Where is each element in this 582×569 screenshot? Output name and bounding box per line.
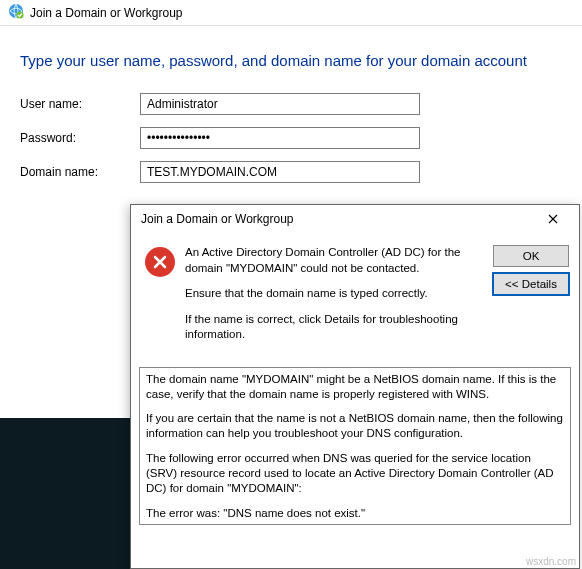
main-titlebar: Join a Domain or Workgroup	[0, 0, 582, 26]
details-p4: The error was: "DNS name does not exist.…	[146, 506, 564, 521]
password-input[interactable]	[140, 127, 420, 149]
error-buttons: OK << Details	[493, 245, 569, 295]
main-window-title: Join a Domain or Workgroup	[30, 6, 183, 20]
details-textbox[interactable]: The domain name "MYDOMAIN" might be a Ne…	[139, 367, 571, 525]
details-p1: The domain name "MYDOMAIN" might be a Ne…	[146, 372, 564, 402]
password-label: Password:	[20, 131, 140, 145]
ok-button[interactable]: OK	[493, 245, 569, 267]
error-line-2: Ensure that the domain name is typed cor…	[185, 286, 483, 302]
watermark: wsxdn.com	[526, 556, 576, 567]
username-label: User name:	[20, 97, 140, 111]
domain-join-icon	[8, 3, 24, 22]
main-content: Type your user name, password, and domai…	[0, 26, 582, 213]
error-message: An Active Directory Domain Controller (A…	[185, 245, 483, 353]
error-icon	[145, 247, 175, 277]
details-p2: If you are certain that the name is not …	[146, 411, 564, 441]
background-decoration	[0, 418, 130, 569]
domain-row: Domain name:	[20, 161, 562, 183]
error-body: An Active Directory Domain Controller (A…	[131, 233, 579, 361]
error-line-3: If the name is correct, click Details fo…	[185, 312, 483, 343]
details-p5: (error code 0x0000232B RCODE_NAME_ERROR)	[146, 521, 564, 525]
error-titlebar: Join a Domain or Workgroup	[131, 205, 579, 233]
error-line-1: An Active Directory Domain Controller (A…	[185, 245, 483, 276]
domain-label: Domain name:	[20, 165, 140, 179]
close-icon	[548, 211, 558, 227]
details-p3: The following error occurred when DNS wa…	[146, 451, 564, 496]
error-window-title: Join a Domain or Workgroup	[141, 212, 294, 226]
domain-input[interactable]	[140, 161, 420, 183]
page-heading: Type your user name, password, and domai…	[20, 52, 562, 69]
details-button[interactable]: << Details	[493, 273, 569, 295]
close-button[interactable]	[531, 206, 575, 232]
password-row: Password:	[20, 127, 562, 149]
username-row: User name:	[20, 93, 562, 115]
error-dialog: Join a Domain or Workgroup An Active Dir…	[130, 204, 580, 569]
username-input[interactable]	[140, 93, 420, 115]
